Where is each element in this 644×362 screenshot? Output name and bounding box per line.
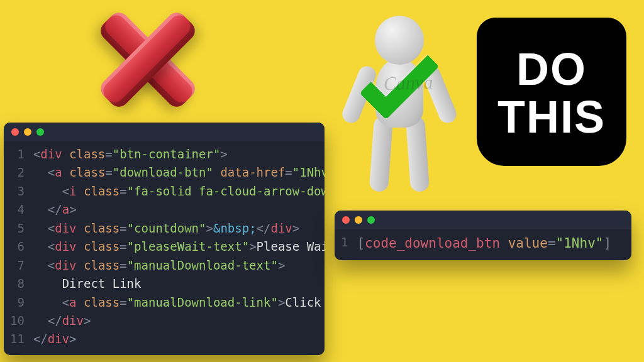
code-content-right: [code_download_btn value="1Nhv"] — [357, 233, 611, 254]
line-gutter: 1 — [335, 233, 357, 254]
close-icon[interactable] — [342, 216, 350, 224]
code-editor-right: 1 [code_download_btn value="1Nhv"] — [335, 211, 631, 260]
window-controls — [335, 211, 631, 229]
figure-with-checkmark — [343, 16, 456, 192]
code-content-left: <div class="btn-container"> <a class="do… — [33, 145, 325, 349]
badge-line2: THIS — [497, 94, 606, 141]
maximize-icon[interactable] — [36, 128, 44, 136]
badge-line1: DO — [516, 46, 587, 94]
do-this-badge: DO THIS — [477, 18, 626, 166]
minimize-icon[interactable] — [24, 128, 31, 136]
code-editor-left: 1234567891011 <div class="btn-container"… — [4, 123, 325, 355]
window-controls — [4, 123, 325, 141]
line-gutter: 1234567891011 — [4, 145, 33, 349]
maximize-icon[interactable] — [367, 216, 375, 224]
cross-icon — [94, 6, 201, 113]
close-icon[interactable] — [11, 128, 19, 136]
minimize-icon[interactable] — [355, 216, 362, 224]
